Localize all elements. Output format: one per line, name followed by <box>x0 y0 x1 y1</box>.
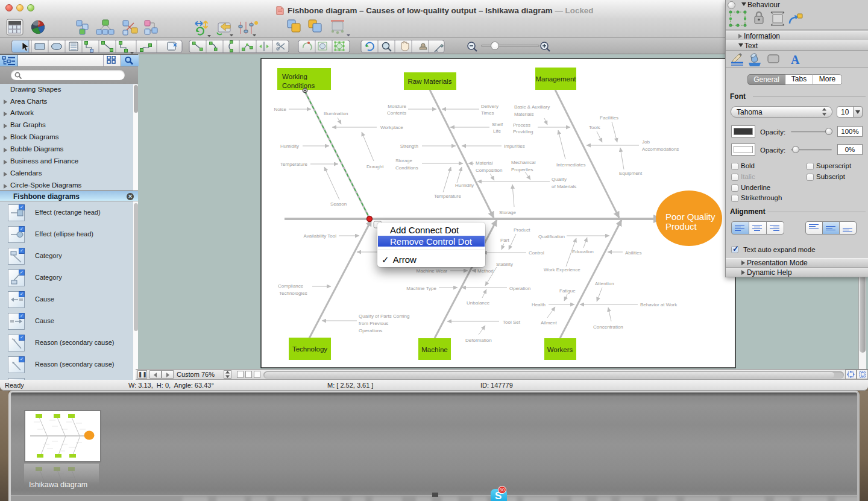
svg-text:Raw Materials: Raw Materials <box>408 78 452 85</box>
svg-text:Unbalance: Unbalance <box>467 300 490 306</box>
svg-text:Basic & Auxiliary: Basic & Auxiliary <box>514 104 550 110</box>
svg-text:Working: Working <box>282 73 307 80</box>
svg-text:Temperature: Temperature <box>280 162 307 167</box>
svg-text:Conditions: Conditions <box>395 165 418 171</box>
svg-text:Materials: Materials <box>514 112 533 117</box>
svg-text:Storage: Storage <box>395 158 413 163</box>
svg-text:Intermediates: Intermediates <box>556 162 585 168</box>
svg-text:Life: Life <box>493 128 501 134</box>
svg-text:Contents: Contents <box>387 110 406 116</box>
svg-text:Draught: Draught <box>366 164 384 169</box>
svg-text:Quality of Parts Coming: Quality of Parts Coming <box>359 314 409 319</box>
svg-text:from Previous: from Previous <box>359 321 388 326</box>
svg-text:Facilities: Facilities <box>600 115 618 121</box>
svg-text:Fatigue: Fatigue <box>559 288 576 294</box>
svg-text:Strength: Strength <box>400 143 418 149</box>
svg-text:Mechanical: Mechanical <box>511 160 536 165</box>
svg-text:Humidity: Humidity <box>280 143 299 149</box>
svg-text:Workplace: Workplace <box>380 125 403 130</box>
svg-text:Temperature: Temperature <box>434 194 461 199</box>
svg-text:Tool Set: Tool Set <box>503 320 521 325</box>
svg-text:Job: Job <box>642 139 650 145</box>
svg-text:Technologies: Technologies <box>279 291 307 296</box>
svg-text:Ailment: Ailment <box>541 320 557 326</box>
svg-text:Delivery: Delivery <box>481 104 498 109</box>
svg-text:Work Experience: Work Experience <box>544 267 580 273</box>
svg-text:Poor Quality: Poor Quality <box>665 212 715 222</box>
svg-text:Education: Education <box>572 249 594 254</box>
svg-text:Part: Part <box>500 238 509 243</box>
svg-text:Noise: Noise <box>274 107 287 112</box>
svg-text:Workers: Workers <box>547 346 573 353</box>
svg-text:Product: Product <box>514 227 530 233</box>
svg-text:Control: Control <box>529 250 544 256</box>
svg-text:Attention: Attention <box>595 281 614 286</box>
svg-text:Stability: Stability <box>496 262 513 267</box>
svg-text:Concentration: Concentration <box>593 324 623 330</box>
svg-text:Times: Times <box>481 110 494 116</box>
svg-text:Health: Health <box>532 302 546 307</box>
svg-text:Machine: Machine <box>421 346 447 353</box>
svg-text:Method: Method <box>477 268 494 274</box>
svg-text:Shelf: Shelf <box>492 122 503 127</box>
svg-text:Accommodations: Accommodations <box>642 147 679 152</box>
svg-text:Operation: Operation <box>509 286 530 291</box>
svg-text:Moisture: Moisture <box>388 104 406 109</box>
svg-text:Availability Tool: Availability Tool <box>304 233 337 239</box>
svg-text:Abilities: Abilities <box>625 250 642 256</box>
svg-text:Illumination: Illumination <box>324 111 348 116</box>
svg-text:Management: Management <box>535 75 576 83</box>
svg-text:Material: Material <box>476 160 493 166</box>
svg-text:Properties: Properties <box>511 167 533 172</box>
svg-text:Deformation: Deformation <box>465 338 492 343</box>
svg-text:Product: Product <box>665 221 697 232</box>
svg-text:of Materials: of Materials <box>552 184 576 189</box>
svg-text:Tools: Tools <box>589 125 600 130</box>
svg-text:Storage: Storage <box>499 210 517 215</box>
svg-text:Impurities: Impurities <box>504 143 525 149</box>
svg-text:Season: Season <box>330 201 347 207</box>
svg-text:Humidity: Humidity <box>455 183 474 188</box>
svg-text:Quality: Quality <box>552 177 567 182</box>
svg-text:A: A <box>791 53 800 66</box>
svg-text:Behavior at Work: Behavior at Work <box>640 302 678 307</box>
svg-text:Compliance: Compliance <box>278 283 304 289</box>
svg-text:Machine Type: Machine Type <box>406 286 436 291</box>
svg-text:Machine Wear: Machine Wear <box>417 268 448 274</box>
svg-text:Technology: Technology <box>292 345 327 353</box>
svg-text:Equipment: Equipment <box>619 171 643 176</box>
svg-text:Operations: Operations <box>359 328 382 333</box>
svg-text:Composition: Composition <box>476 168 502 173</box>
svg-text:Conditions: Conditions <box>282 82 315 89</box>
svg-text:Qualification: Qualification <box>538 234 565 239</box>
svg-text:Process: Process <box>513 122 530 128</box>
svg-text:Providing: Providing <box>513 129 533 134</box>
